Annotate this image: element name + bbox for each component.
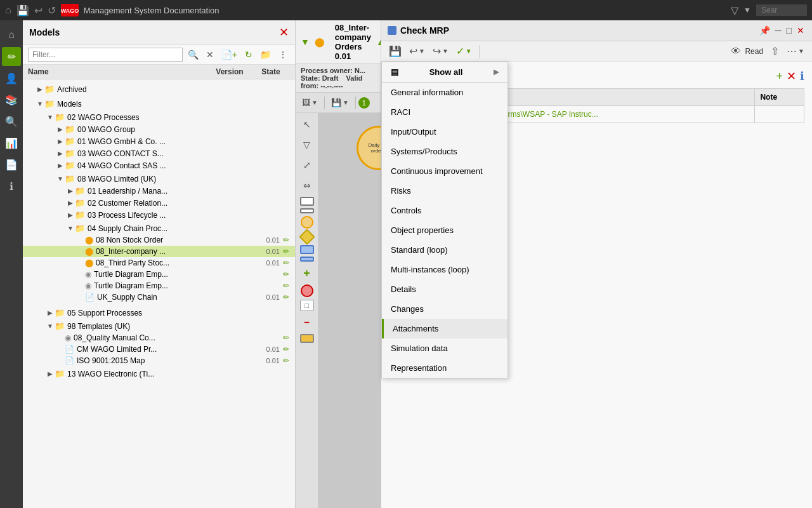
redo-doc-btn[interactable]: ↪ ▼ [430, 44, 451, 58]
dropdown-object-props[interactable]: Object properties [382, 220, 508, 240]
dropdown-continuous[interactable]: Continuous improvement [382, 161, 508, 181]
dropdown-changes[interactable]: Changes [382, 299, 508, 319]
dropdown-controls[interactable]: Controls [382, 201, 508, 220]
dropdown-multi-instances[interactable]: Multi-instances (loop) [382, 260, 508, 279]
shape-rect-y-btn[interactable] [300, 334, 314, 343]
add-link-btn[interactable]: + [776, 69, 783, 83]
shape-diamond-btn[interactable] [299, 229, 315, 244]
tree-row-98templates[interactable]: ▼ 📁 98 Templates (UK) [23, 320, 295, 332]
tree-row-turtle2[interactable]: ◉ Turtle Diagram Emp... ✏ [23, 280, 295, 291]
sidebar-edit-btn[interactable]: ✏ [2, 47, 21, 66]
dropdown-attachments[interactable]: Attachments [382, 319, 508, 338]
arrow-03lifecycle[interactable]: ▶ [66, 211, 75, 218]
read-btn[interactable]: 👁 Read [728, 44, 766, 58]
edit-turtle1[interactable]: ✏ [280, 270, 292, 279]
tree-row-models[interactable]: ▼ 📁 Models [23, 98, 295, 110]
tree-row-archived[interactable]: ▶ 📁 Archived [23, 83, 295, 95]
maximize-btn[interactable]: □ [785, 24, 793, 37]
edit-turtle2[interactable]: ✏ [280, 281, 292, 290]
tree-row-08thirdparty[interactable]: ⬤ 08_Third Party Stoc... 0.01 ✏ [23, 257, 295, 269]
share-btn[interactable]: ⇧ [768, 44, 782, 58]
arrow-03contact[interactable]: ▶ [56, 150, 65, 157]
arrow-13electronic[interactable]: ▶ [46, 370, 55, 377]
tree-row-13electronic[interactable]: ▶ 📁 13 WAGO Electronic (Ti... [23, 368, 295, 380]
red-element-btn[interactable]: ━ [298, 314, 316, 331]
arrow-04supply[interactable]: ▼ [66, 225, 75, 232]
tree-arrow-archived[interactable]: ▶ [36, 86, 44, 93]
sidebar-info-btn[interactable]: ℹ [2, 177, 21, 196]
tree-row-01gmbh[interactable]: ▶ 📁 01 WAGO GmbH & Co. ... [23, 135, 295, 147]
tree-row-iso9001[interactable]: 📄 ISO 9001:2015 Map 0.01 ✏ [23, 355, 295, 366]
tree-row-08nonstock[interactable]: ⬤ 08 Non Stock Order 0.01 ✏ [23, 234, 295, 246]
save-process-btn[interactable]: 💾 ▼ [327, 95, 353, 110]
dropdown-standard-loop[interactable]: Standard (loop) [382, 240, 508, 260]
tree-row-01leadership[interactable]: ▶ 📁 01 Leadership / Mana... [23, 185, 295, 197]
arrow-04sas[interactable]: ▶ [56, 162, 65, 169]
undo-doc-btn[interactable]: ↩ ▼ [407, 44, 428, 58]
remove-link-btn[interactable]: ✕ [787, 69, 796, 83]
link-info-btn[interactable]: ℹ [800, 69, 804, 83]
tree-row-00group[interactable]: ▶ 📁 00 WAGO Group [23, 123, 295, 135]
tree-row-08intercompany[interactable]: ⬤ 08_Inter-company ... 0.01 ✏ [23, 246, 295, 257]
resize-tool-btn[interactable]: ⤢ [298, 156, 316, 174]
dropdown-representation[interactable]: Representation [382, 358, 508, 378]
arrow-05support[interactable]: ▶ [46, 309, 55, 316]
dropdown-show-all[interactable]: ▤ Show all ▶ [382, 62, 508, 83]
filter-tool-btn[interactable]: ▽ [298, 136, 316, 154]
arrow-00group[interactable]: ▶ [56, 126, 65, 133]
tree-row-08quality[interactable]: ◉ 08_Quality Manual Co... ✏ [23, 332, 295, 344]
tree-row-04supply[interactable]: ▼ 📁 04 Supply Chain Proc... [23, 222, 295, 234]
sidebar-reports-btn[interactable]: 📊 [2, 133, 21, 152]
tree-row-turtle1[interactable]: ◉ Turtle Diagram Emp... ✏ [23, 269, 295, 280]
arrow-02wago[interactable]: ▼ [46, 114, 55, 121]
tree-row-08limited[interactable]: ▼ 📁 08 WAGO Limited (UK) [23, 173, 295, 185]
dropdown-systems-products[interactable]: Systems/Products [382, 142, 508, 161]
save-icon[interactable]: 💾 [16, 4, 29, 17]
sidebar-search-btn[interactable]: 🔍 [2, 112, 21, 131]
arrow-01gmbh[interactable]: ▶ [56, 138, 65, 145]
dropdown-general-info[interactable]: General information [382, 83, 508, 102]
arrow-02customer[interactable]: ▶ [66, 199, 75, 206]
edit-third[interactable]: ✏ [280, 258, 292, 267]
edit-08inter[interactable]: ✏ [280, 247, 292, 256]
tree-row-cmwago[interactable]: 📄 CM WAGO Limited Pr... 0.01 ✏ [23, 344, 295, 355]
tree-row-02customer[interactable]: ▶ 📁 02 Customer Relation... [23, 197, 295, 209]
add-item-btn[interactable]: 📄+ [219, 48, 240, 61]
shape-rect-sm-btn[interactable] [300, 208, 314, 213]
tree-row-uksupply[interactable]: 📄 UK_Supply Chain 0.01 ✏ [23, 291, 295, 303]
undo-icon[interactable]: ↺ [48, 4, 56, 17]
save-doc-btn[interactable]: 💾 [386, 44, 404, 58]
dropdown-raci[interactable]: RACI [382, 102, 508, 122]
tree-row-05support[interactable]: ▶ 📁 05 Support Processes [23, 307, 295, 319]
close-doc-btn[interactable]: ✕ [796, 24, 806, 37]
models-close-btn[interactable]: ✕ [279, 25, 289, 39]
edit-iso9001[interactable]: ✏ [280, 356, 292, 365]
edit-uksupply[interactable]: ✏ [280, 293, 292, 302]
tree-row-03lifecycle[interactable]: ▶ 📁 03 Process Lifecycle ... [23, 209, 295, 221]
filter-clear-btn[interactable]: ✕ [204, 48, 216, 61]
minimize-btn[interactable]: ─ [774, 24, 783, 37]
dropdown-simulation[interactable]: Simulation data [382, 338, 508, 358]
filter-input[interactable] [28, 48, 183, 62]
sidebar-docs-btn[interactable]: 📄 [2, 155, 21, 174]
tree-row-02wago[interactable]: ▼ 📁 02 WAGO Processes [23, 111, 295, 123]
arrow-01leadership[interactable]: ▶ [66, 187, 75, 194]
tree-row-03contact[interactable]: ▶ 📁 03 WAGO CONTACT S... [23, 147, 295, 159]
topbar-search-input[interactable] [756, 4, 807, 16]
sidebar-library-btn[interactable]: 📚 [2, 90, 21, 109]
topbar-filter-down-icon[interactable]: ▼ [743, 6, 751, 15]
text-tool-btn[interactable]: □ [300, 300, 314, 311]
sidebar-home-btn[interactable]: ⌂ [2, 25, 21, 44]
connect-tool-btn[interactable]: ⇔ [298, 177, 316, 194]
shape-rect-blue2-btn[interactable] [300, 257, 314, 262]
edit-cmwago[interactable]: ✏ [280, 345, 292, 354]
pin-btn[interactable]: 📌 [758, 24, 771, 37]
home-icon[interactable]: ⌂ [5, 4, 11, 16]
process-up-arrow-icon[interactable]: ▲ [376, 37, 381, 47]
edit-08quality[interactable]: ✏ [280, 333, 292, 342]
tree-row-04contactsas[interactable]: ▶ 📁 04 WAGO Contact SAS ... [23, 159, 295, 171]
tree-arrow-models[interactable]: ▼ [36, 100, 44, 107]
dropdown-input-output[interactable]: Input/Output [382, 122, 508, 142]
refresh-btn[interactable]: ↻ [242, 48, 255, 61]
topbar-filter-icon[interactable]: ▽ [731, 4, 738, 17]
